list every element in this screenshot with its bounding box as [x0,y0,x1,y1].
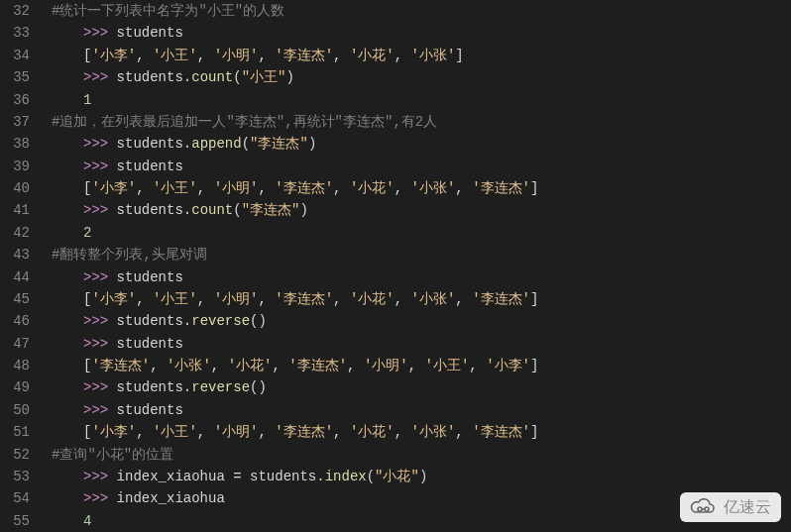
punct-token: , [347,355,364,376]
prompt-token: >>> [83,333,117,355]
str-token: '小王' [425,355,470,376]
punct-token: , [395,177,411,199]
punct-token: ) [419,466,427,487]
punct-token: , [197,177,214,199]
code-line[interactable]: 1 [52,89,791,111]
str-token: '小明' [214,421,259,443]
var-token: students [117,133,183,155]
line-number: 49 [8,376,30,398]
str-token: '小明' [364,355,408,376]
punct-token: ] [530,421,538,443]
code-line[interactable]: >>> students [52,333,791,355]
num-token: 1 [83,89,91,111]
punct-token: ( [242,133,250,155]
str-token: "小花" [375,466,419,487]
line-number: 36 [8,89,30,111]
punct-token: , [272,355,288,376]
punct-token: [ [83,45,91,66]
var-token: index_xiaohua [117,487,225,509]
line-number: 50 [8,399,30,421]
line-number: 39 [8,156,30,177]
punct-token: () [250,376,267,398]
code-line[interactable]: #追加，在列表最后追加一人"李连杰",再统计"李连杰",有2人 [52,111,791,133]
code-line[interactable]: >>> students.append("李连杰") [52,133,791,155]
code-line[interactable]: ['小李', '小王', '小明', '李连杰', '小花', '小张', '李… [52,177,791,199]
punct-token: , [258,421,275,443]
prompt-token: >>> [83,66,117,88]
var-token: students [117,399,183,421]
line-number: 54 [8,487,30,509]
line-number: 34 [8,45,30,66]
prompt-token: >>> [83,133,117,155]
str-token: '李连杰' [472,288,530,310]
line-number: 55 [8,510,30,532]
punct-token: ( [233,199,241,221]
svg-point-1 [705,507,709,511]
line-number: 32 [8,0,30,22]
code-line[interactable]: >>> students.count("小王") [52,66,791,88]
code-line[interactable]: >>> students.reverse() [52,310,791,332]
prompt-token: >>> [83,376,117,398]
str-token: '小花' [228,355,273,376]
var-token: students [117,199,183,221]
code-line[interactable]: #翻转整个列表,头尾对调 [52,244,791,266]
var-token: students [117,22,183,44]
punct-token: ] [455,45,463,66]
comment-token: #统计一下列表中名字为"小王"的人数 [52,0,284,22]
code-editor[interactable]: 3233343536373839404142434445464748495051… [0,0,791,532]
line-number: 42 [8,222,30,244]
str-token: '小王' [153,288,197,310]
func-token: reverse [191,310,250,332]
punct-token: ] [530,288,538,310]
punct-token: , [136,45,153,66]
code-line[interactable]: >>> index_xiaohua = students.index("小花") [52,466,791,487]
code-line[interactable]: ['小李', '小王', '小明', '李连杰', '小花', '小张', '李… [52,421,791,443]
code-line[interactable]: >>> students [52,156,791,177]
code-line[interactable]: ['小李', '小王', '小明', '李连杰', '小花', '小张', '李… [52,288,791,310]
punct-token: ) [308,133,316,155]
code-line[interactable]: >>> students.count("李连杰") [52,199,791,221]
str-token: '小花' [350,288,395,310]
punct-token: , [395,288,411,310]
line-number: 47 [8,333,30,355]
code-line[interactable]: #查询"小花"的位置 [52,444,791,466]
punct-token: [ [83,421,91,443]
punct-token: , [136,421,153,443]
num-token: 2 [83,222,91,244]
code-line[interactable]: >>> students [52,266,791,288]
punct-token: ) [299,199,307,221]
line-number: 40 [8,177,30,199]
dot-token: . [316,466,324,487]
code-line[interactable]: ['小李', '小王', '小明', '李连杰', '小花', '小张'] [52,45,791,66]
punct-token: , [395,421,411,443]
punct-token: , [258,45,275,66]
str-token: '李连杰' [91,355,150,376]
code-line[interactable]: ['李连杰', '小张', '小花', '李连杰', '小明', '小王', '… [52,355,791,376]
dot-token: . [183,310,191,332]
str-token: '小张' [411,45,456,66]
punct-token: , [333,177,350,199]
str-token: '李连杰' [275,45,333,66]
code-line[interactable]: 2 [52,222,791,244]
code-line[interactable]: >>> students [52,22,791,44]
punct-token: , [333,288,350,310]
punct-token: , [455,421,472,443]
watermark: 亿速云 [680,492,781,522]
code-area[interactable]: #统计一下列表中名字为"小王"的人数>>> students['小李', '小王… [48,0,791,532]
dot-token: . [183,376,191,398]
punct-token: ] [530,177,538,199]
code-line[interactable]: >>> students.reverse() [52,376,791,398]
var-token: students [250,466,316,487]
line-number: 44 [8,266,30,288]
num-token: 4 [83,510,91,532]
code-line[interactable]: >>> students [52,399,791,421]
punct-token: , [258,177,275,199]
punct-token: , [333,45,350,66]
str-token: '小王' [153,421,197,443]
str-token: '小明' [214,288,259,310]
code-line[interactable]: #统计一下列表中名字为"小王"的人数 [52,0,791,22]
str-token: '小张' [411,421,456,443]
prompt-token: >>> [83,266,117,288]
str-token: '小李' [91,177,136,199]
punct-token: ] [530,355,538,376]
